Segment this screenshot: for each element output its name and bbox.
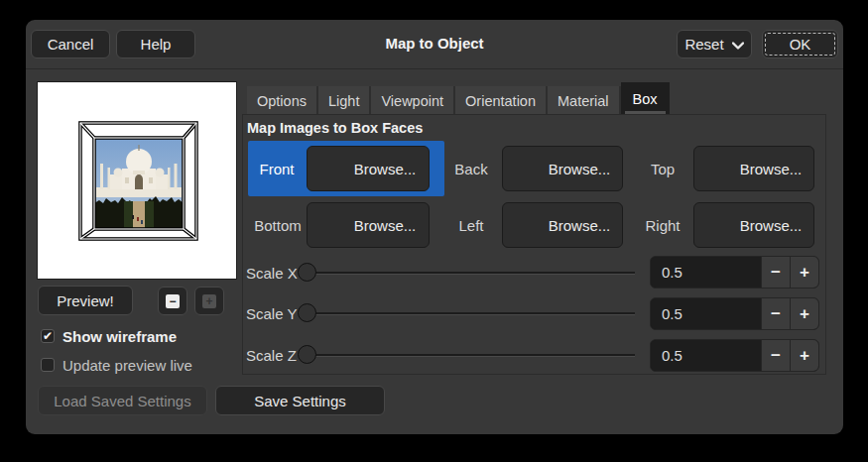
update-preview-live-label: Update preview live bbox=[62, 357, 192, 374]
header-separator bbox=[26, 68, 843, 69]
load-saved-settings-button[interactable]: Load Saved Settings bbox=[38, 386, 207, 415]
scale-z-decrement-button[interactable]: − bbox=[761, 340, 790, 371]
tab-options[interactable]: Options bbox=[247, 86, 318, 115]
browse-button-left[interactable]: Browse... bbox=[502, 202, 623, 248]
scale-z-label: Scale Z bbox=[246, 347, 297, 364]
face-label-bottom: Bottom bbox=[246, 217, 310, 234]
zoom-out-icon: − bbox=[166, 294, 180, 308]
box-faces-heading: Map Images to Box Faces bbox=[247, 120, 423, 136]
zoom-in-button[interactable]: + bbox=[194, 287, 224, 315]
show-wireframe-row: ✔ Show wireframe bbox=[41, 328, 177, 344]
scale-y-increment-button[interactable]: + bbox=[790, 298, 818, 329]
scale-y-value[interactable]: 0.5 bbox=[651, 298, 761, 329]
scale-x-spinner: 0.5 − + bbox=[650, 256, 819, 289]
update-preview-live-row: Update preview live bbox=[41, 357, 192, 373]
face-label-back: Back bbox=[442, 161, 500, 177]
map-to-object-dialog: Cancel Help Map to Object Reset OK bbox=[26, 20, 843, 434]
face-label-right: Right bbox=[634, 217, 691, 234]
face-label-top: Top bbox=[634, 161, 691, 177]
tab-orientation[interactable]: Orientation bbox=[455, 86, 548, 115]
scale-x-increment-button[interactable]: + bbox=[790, 257, 818, 288]
scale-y-spinner: 0.5 − + bbox=[650, 297, 819, 330]
scale-z-value[interactable]: 0.5 bbox=[651, 340, 761, 371]
preview-wireframe-image bbox=[38, 82, 236, 279]
reset-button[interactable]: Reset bbox=[677, 30, 752, 58]
tab-material[interactable]: Material bbox=[548, 86, 621, 115]
scale-y-decrement-button[interactable]: − bbox=[761, 298, 790, 329]
scale-x-value[interactable]: 0.5 bbox=[651, 257, 761, 288]
face-label-front: Front bbox=[248, 161, 306, 177]
scale-x-decrement-button[interactable]: − bbox=[761, 257, 790, 288]
notebook-tabs: Options Light Viewpoint Orientation Mate… bbox=[247, 82, 670, 115]
show-wireframe-checkbox[interactable]: ✔ bbox=[41, 329, 55, 343]
scale-y-label: Scale Y bbox=[246, 305, 297, 322]
browse-button-bottom[interactable]: Browse... bbox=[307, 202, 430, 248]
tab-light[interactable]: Light bbox=[318, 86, 371, 115]
browse-button-top[interactable]: Browse... bbox=[693, 146, 814, 191]
scale-x-label: Scale X bbox=[246, 265, 298, 282]
scale-y-slider-knob[interactable] bbox=[298, 303, 316, 322]
scale-z-slider-knob[interactable] bbox=[298, 345, 316, 364]
scale-y-slider[interactable] bbox=[298, 303, 635, 323]
reset-label: Reset bbox=[684, 36, 723, 53]
zoom-in-icon: + bbox=[202, 294, 216, 308]
update-preview-live-checkbox[interactable] bbox=[41, 358, 55, 372]
scale-x-slider[interactable] bbox=[298, 263, 635, 283]
chevron-down-icon bbox=[732, 36, 744, 53]
face-label-left: Left bbox=[442, 217, 500, 234]
scale-z-increment-button[interactable]: + bbox=[790, 340, 818, 371]
save-settings-button[interactable]: Save Settings bbox=[215, 386, 385, 415]
tab-viewpoint[interactable]: Viewpoint bbox=[371, 86, 455, 115]
scale-z-spinner: 0.5 − + bbox=[650, 339, 819, 372]
preview-button[interactable]: Preview! bbox=[38, 286, 133, 315]
scale-z-slider[interactable] bbox=[298, 345, 635, 365]
browse-button-front[interactable]: Browse... bbox=[307, 146, 430, 191]
scale-x-slider-knob[interactable] bbox=[298, 263, 316, 282]
tab-box[interactable]: Box bbox=[621, 82, 670, 115]
zoom-out-button[interactable]: − bbox=[158, 287, 187, 315]
show-wireframe-label: Show wireframe bbox=[62, 328, 177, 345]
browse-button-right[interactable]: Browse... bbox=[693, 202, 814, 248]
ok-button[interactable]: OK bbox=[762, 30, 838, 58]
preview-area bbox=[37, 81, 237, 280]
screen: Cancel Help Map to Object Reset OK bbox=[0, 0, 868, 462]
browse-button-back[interactable]: Browse... bbox=[502, 146, 623, 191]
